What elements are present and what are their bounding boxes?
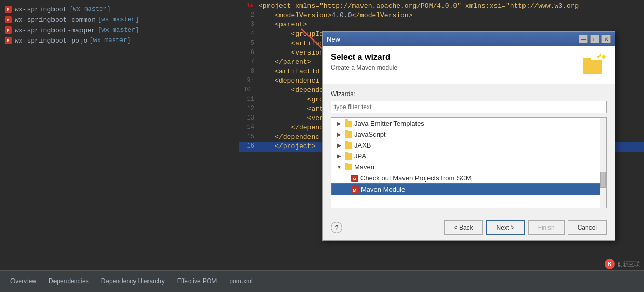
tree-item-mapper[interactable]: M wx-springboot-mapper [wx master] bbox=[0, 25, 239, 35]
dialog-title: New bbox=[327, 35, 340, 43]
close-button[interactable]: ✕ bbox=[601, 35, 611, 43]
label-maven-module: Maven Module bbox=[361, 185, 405, 193]
dialog-header-text: Select a wizard Create a Maven module bbox=[331, 52, 397, 71]
help-icon: ? bbox=[334, 224, 338, 232]
label-checkout-maven: Check out Maven Projects from SCM bbox=[360, 174, 472, 182]
help-button[interactable]: ? bbox=[331, 222, 342, 233]
tab-effective-pom[interactable]: Effective POM bbox=[171, 274, 223, 289]
back-button[interactable]: < Back bbox=[444, 220, 483, 235]
label-javascript: JavaScript bbox=[354, 130, 386, 138]
watermark-text: 创新互联 bbox=[617, 260, 640, 268]
dialog-controls: — □ ✕ bbox=[579, 35, 611, 43]
maven-icon-1: M bbox=[4, 5, 12, 14]
wizard-folder-icon: ✦ bbox=[582, 52, 607, 77]
footer-buttons: < Back Next > Finish Cancel bbox=[444, 220, 607, 235]
tree-label-common: wx-springboot-common bbox=[15, 16, 96, 24]
tab-pom-xml[interactable]: pom.xml bbox=[223, 274, 259, 289]
line-num-9: 9◦ bbox=[240, 77, 254, 84]
dialog-header: Select a wizard Create a Maven module ✦ bbox=[323, 46, 615, 84]
label-maven: Maven bbox=[354, 163, 374, 171]
wizards-label: Wizards: bbox=[331, 90, 607, 98]
code-text-5: <artifact bbox=[259, 39, 328, 47]
line-num-13: 13 bbox=[240, 114, 254, 122]
tree-item-common[interactable]: M wx-springboot-common [wx master] bbox=[0, 15, 239, 25]
tree-label-mapper: wx-springboot-mapper bbox=[15, 26, 96, 34]
svg-text:✦: ✦ bbox=[600, 52, 607, 61]
folder-icon-java-emitter bbox=[345, 121, 352, 127]
minimize-button[interactable]: — bbox=[579, 35, 588, 43]
code-text-1: <project xmlns="http://maven.apache.org/… bbox=[259, 2, 579, 10]
dialog-header-icon: ✦ bbox=[582, 52, 607, 77]
label-jpa: JPA bbox=[354, 152, 366, 160]
dialog-subtext: Create a Maven module bbox=[331, 64, 397, 71]
tree-java-emitter[interactable]: ▶ Java Emitter Templates bbox=[331, 118, 606, 129]
svg-rect-3 bbox=[583, 58, 591, 61]
code-text-16: </project> bbox=[259, 142, 315, 150]
branch-tag-3: [wx master] bbox=[98, 26, 139, 34]
tree-checkout-maven[interactable]: M Check out Maven Projects from SCM bbox=[331, 172, 606, 183]
footer-left: ? bbox=[331, 222, 342, 233]
code-text-15: </dependenc bbox=[259, 133, 319, 141]
line-num-8: 8 bbox=[240, 68, 254, 75]
code-line-3: 3 <parent> bbox=[239, 21, 644, 30]
maven-module-icon: M bbox=[352, 186, 359, 193]
folder-icon-javascript bbox=[345, 131, 352, 138]
code-text-7: </parent> bbox=[259, 58, 311, 66]
code-text-9: <dependenci bbox=[259, 77, 319, 85]
line-num-5: 5 bbox=[240, 39, 254, 47]
cancel-button[interactable]: Cancel bbox=[568, 220, 607, 235]
tab-dependency-hierarchy[interactable]: Dependency Hierarchy bbox=[95, 274, 171, 289]
watermark-logo-letter: K bbox=[608, 261, 611, 267]
expand-java-emitter: ▶ bbox=[336, 120, 343, 127]
code-text-14: </depende bbox=[259, 124, 328, 131]
code-text-11: <grou bbox=[259, 96, 328, 103]
branch-tag-4: [wx master] bbox=[89, 37, 130, 44]
tree-label-pojo: wx-springboot-pojo bbox=[15, 37, 87, 45]
dialog-body: Wizards: ▶ Java Emitter Templates ▶ Java… bbox=[323, 84, 615, 215]
dialog-footer: ? < Back Next > Finish Cancel bbox=[323, 215, 615, 240]
watermark: K 创新互联 bbox=[605, 259, 640, 269]
line-num-6: 6 bbox=[240, 49, 254, 56]
bottom-bar: Overview Dependencies Dependency Hierarc… bbox=[0, 270, 644, 292]
scrollbar-thumb[interactable] bbox=[600, 172, 606, 188]
line-num-4: 4 bbox=[240, 30, 254, 37]
branch-tag-2: [wx master] bbox=[98, 16, 139, 23]
code-text-2: <modelVersion>4.0.0</modelVersion> bbox=[259, 11, 412, 19]
next-button[interactable]: Next > bbox=[486, 220, 525, 235]
line-num-10: 10◦ bbox=[240, 86, 254, 94]
scrollbar-track[interactable] bbox=[600, 118, 606, 208]
line-num-14: 14 bbox=[240, 124, 254, 131]
code-text-3: <parent> bbox=[259, 21, 307, 29]
line-num-16: 16 bbox=[240, 142, 254, 150]
tree-jaxb[interactable]: ▶ JAXB bbox=[331, 140, 606, 151]
tree-item-springboot[interactable]: M wx-springboot [wx master] bbox=[0, 4, 239, 15]
maven-icon-3: M bbox=[4, 26, 12, 34]
folder-icon-jpa bbox=[345, 153, 352, 160]
tree-maven-module[interactable]: M Maven Module bbox=[331, 183, 606, 195]
wizard-tree[interactable]: ▶ Java Emitter Templates ▶ JavaScript ▶ … bbox=[331, 117, 607, 208]
tree-label-springboot: wx-springboot bbox=[15, 6, 67, 14]
finish-button[interactable]: Finish bbox=[528, 220, 565, 235]
tree-javascript[interactable]: ▶ JavaScript bbox=[331, 129, 606, 140]
line-num-11: 11 bbox=[240, 96, 254, 103]
maximize-button[interactable]: □ bbox=[590, 35, 599, 43]
tree-item-pojo[interactable]: M wx-springboot-pojo [wx master] bbox=[0, 35, 239, 46]
tree-jpa[interactable]: ▶ JPA bbox=[331, 151, 606, 162]
tab-dependencies[interactable]: Dependencies bbox=[43, 274, 95, 289]
tab-overview[interactable]: Overview bbox=[4, 274, 43, 289]
line-num-15: 15 bbox=[240, 133, 254, 140]
svg-rect-2 bbox=[583, 60, 602, 74]
line-num-2: 2 bbox=[240, 11, 254, 19]
tree-maven[interactable]: ▼ Maven bbox=[331, 162, 606, 172]
label-jaxb: JAXB bbox=[354, 141, 371, 149]
filter-input[interactable] bbox=[331, 101, 607, 113]
svg-text:M: M bbox=[353, 188, 357, 193]
folder-icon-jaxb bbox=[345, 142, 352, 149]
line-num-7: 7 bbox=[240, 58, 254, 65]
code-text-12: <arti bbox=[259, 105, 328, 113]
line-num-3: 3 bbox=[240, 21, 254, 28]
maven-icon-2: M bbox=[4, 16, 12, 24]
code-text-10: <dependen bbox=[259, 86, 328, 94]
svg-text:M: M bbox=[353, 177, 356, 181]
dialog-heading: Select a wizard bbox=[331, 52, 397, 62]
